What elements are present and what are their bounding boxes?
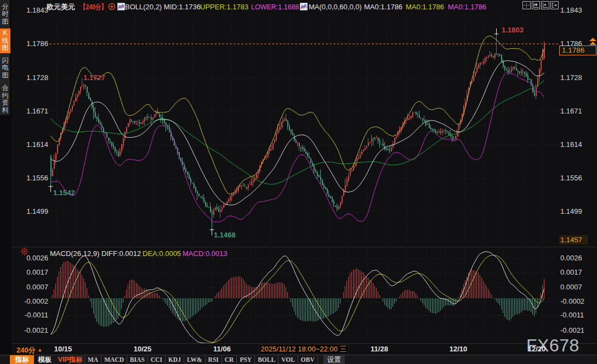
macd-axis-label: -0.0011 (16, 311, 48, 319)
macd-macd-value: MACD:0.0013 (183, 249, 228, 258)
macd-axis-label: -0.0002 (560, 298, 592, 305)
ma-params: MA(0,0,0,60,0,0) (309, 3, 362, 12)
sidebar-item-contract-info[interactable]: 合约资料 (0, 83, 10, 116)
swing-low-label-2: 1.1468 (214, 231, 236, 239)
price-axis-label: 1.1499 (16, 208, 48, 215)
indicator-button-kdj[interactable]: KDJ (166, 355, 184, 364)
boll-indicator-icon[interactable] (117, 3, 126, 11)
boll-values: BOLL(20,2) MID:1.1736 (125, 3, 201, 12)
price-axis-label: 1.1556 (16, 174, 48, 182)
zoom-in-axis-icon[interactable] (541, 1, 549, 9)
price-axis-label: 1.1556 (560, 174, 592, 182)
settings-button[interactable]: 设置 (323, 355, 345, 364)
symbol-name: 欧元美元 (47, 3, 75, 12)
price-axis-label: 1.1786 (16, 40, 48, 48)
price-axis-label: 1.1614 (16, 141, 48, 149)
price-axis-label: 1.1843 (16, 7, 48, 14)
bottom-toolbar: 指标 模板 VIP指标 MAMACDBIASCCIKDJLW&RSICRPSYB… (0, 355, 597, 364)
sidebar-item-time-chart[interactable]: 分时图 (0, 1, 10, 27)
macd-axis-label: 0.0026 (16, 254, 48, 262)
session-low-tag: 1.1457 (559, 235, 588, 244)
swing-high-label-1: 1.1727 (83, 73, 105, 82)
x-axis-date-label: 10/25 (134, 345, 152, 353)
macd-diff-value: DIFF:0.0012 (101, 249, 141, 258)
ma-indicator-icon[interactable] (300, 3, 308, 11)
tab-vip-indicators[interactable]: VIP指标 (56, 355, 84, 364)
swing-low-label-1: 1.1542 (53, 189, 75, 197)
price-axis-label: 1.1728 (560, 74, 592, 82)
sidebar-item-candle-chart[interactable]: K线图 (0, 29, 10, 53)
highlighted-date-range[interactable]: 2025/11/12 18:00~22:00 三 (259, 344, 349, 354)
macd-axis-label: 0.0007 (560, 283, 592, 291)
sidebar-item-label: 闪电图 (2, 57, 9, 79)
period-label[interactable]: 【240分】 (80, 3, 107, 12)
price-axis-label: 1.1614 (560, 141, 592, 149)
macd-dea-value: DEA:0.0005 (143, 249, 181, 258)
boll-upper-value: UPPER:1.1783 (200, 3, 248, 12)
macd-axis-label: -0.0021 (16, 327, 48, 334)
indicator-button-boll[interactable]: BOLL (255, 355, 278, 364)
swing-high-label-2: 1.1803 (502, 26, 524, 34)
indicator-buttons: MAMACDBIASCCIKDJLW&RSICRPSYBOLLVOLOBV (84, 355, 318, 364)
price-axis-label: 1.1499 (560, 208, 592, 215)
x-axis-date-label: 11/06 (213, 345, 231, 353)
ma0-value-white: MA0:1.1786 (364, 3, 402, 12)
ma0-value-yellow: MA0:1.1786 (406, 3, 444, 12)
price-and-macd-chart[interactable] (0, 0, 597, 364)
x-axis-date-label: 10/15 (54, 345, 72, 353)
sidebar-item-label: 分时图 (2, 3, 9, 26)
macd-axis-label: 0.0017 (16, 269, 48, 276)
price-axis-label: 1.1786 (560, 40, 592, 48)
tab-indicators[interactable]: 指标 (10, 355, 34, 364)
sidebar-item-label: 合约资料 (2, 84, 9, 114)
indicator-button-bias[interactable]: BIAS (127, 355, 148, 364)
boll-lower-value: LOWER:1.1688 (251, 3, 299, 12)
sidebar-item-lightning-chart[interactable]: 闪电图 (0, 55, 10, 81)
indicator-button-obv[interactable]: OBV (298, 355, 318, 364)
indicator-button-vol[interactable]: VOL (278, 355, 298, 364)
indicator-button-cci[interactable]: CCI (148, 355, 166, 364)
indicator-button-cr[interactable]: CR (222, 355, 237, 364)
macd-axis-label: -0.0002 (16, 298, 48, 305)
indicator-button-psy[interactable]: PSY (237, 355, 255, 364)
price-axis-label: 1.1728 (16, 74, 48, 82)
add-indicator-icon[interactable] (108, 3, 116, 11)
indicator-button-macd[interactable]: MACD (101, 355, 127, 364)
indicator-button-rsi[interactable]: RSI (206, 355, 222, 364)
chart-application: 分时图 K线图 闪电图 合约资料 欧元美元 【240分】 BOLL(20,2) … (0, 0, 597, 364)
macd-axis-label: 0.0007 (16, 283, 48, 291)
price-axis-label: 1.1843 (560, 7, 592, 14)
period-quick-selector[interactable]: 240分 ▲ (16, 345, 42, 355)
period-dropdown-arrow-icon: ▲ (37, 347, 42, 352)
session-low-value: 1.1457 (560, 236, 582, 244)
x-axis-date-label: 12/10 (450, 345, 468, 353)
macd-axis-label: -0.0011 (560, 311, 592, 319)
indicator-button-ma[interactable]: MA (84, 355, 101, 364)
zoom-out-axis-icon[interactable] (532, 1, 540, 9)
x-axis-date-label: 11/28 (371, 345, 388, 353)
period-quick-label: 240分 (16, 346, 36, 354)
ma0-value-magenta: MA0:1.1786 (448, 3, 486, 12)
crosshair-tool-icon[interactable] (522, 1, 531, 9)
price-axis-label: 1.1671 (16, 107, 48, 115)
sidebar-item-label: K线图 (2, 30, 9, 52)
indicator-button-lw[interactable]: LW& (184, 355, 206, 364)
tab-templates[interactable]: 模板 (34, 355, 56, 364)
macd-params: MACD(26,12,9) (50, 249, 99, 258)
price-axis-label: 1.1671 (560, 107, 592, 115)
exit-view-icon[interactable] (550, 1, 559, 9)
macd-axis-label: -0.0021 (560, 327, 592, 334)
macd-axis-label: 0.0026 (560, 254, 592, 262)
x-axis-date-label: 12/20 (528, 345, 546, 353)
macd-axis-label: 0.0017 (560, 269, 592, 276)
